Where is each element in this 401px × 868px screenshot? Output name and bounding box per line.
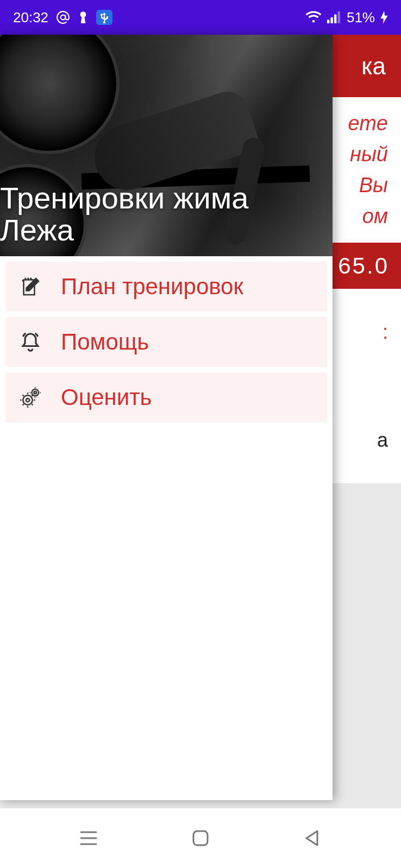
signal-icon (327, 11, 341, 23)
drawer-header: Тренировки жима Лежа (0, 35, 333, 256)
svg-rect-13 (193, 831, 208, 845)
navigation-drawer[interactable]: Тренировки жима Лежа План тренировок Пом… (0, 35, 333, 800)
svg-point-8 (32, 389, 39, 396)
home-button[interactable] (184, 822, 217, 854)
weight-value: 65.0 (338, 253, 389, 279)
drawer-menu: План тренировок Помощь Оценить (0, 256, 333, 433)
charging-icon (380, 11, 388, 24)
status-bar: 20:32 51% (0, 0, 401, 35)
back-button[interactable] (296, 822, 329, 854)
svg-point-9 (34, 391, 37, 394)
battery-text: 51% (347, 9, 375, 26)
svg-rect-3 (330, 17, 333, 23)
menu-item-rate[interactable]: Оценить (5, 372, 327, 422)
usb-icon (96, 10, 112, 25)
menu-label: Оценить (61, 384, 152, 410)
svg-point-6 (23, 395, 33, 405)
wifi-icon (305, 11, 322, 24)
notepad-icon (18, 275, 42, 299)
keyhole-icon (78, 10, 89, 24)
bell-icon (18, 330, 42, 354)
svg-rect-2 (327, 20, 329, 23)
status-right: 51% (305, 9, 388, 26)
menu-label: Помощь (61, 329, 149, 355)
recents-button[interactable] (72, 822, 105, 854)
gear-icon (18, 385, 42, 409)
at-icon (56, 10, 70, 24)
menu-label: План тренировок (61, 274, 243, 300)
svg-point-0 (61, 15, 66, 20)
system-nav-bar (0, 808, 401, 868)
menu-item-training-plan[interactable]: План тренировок (5, 262, 327, 312)
svg-rect-5 (337, 11, 340, 23)
status-left: 20:32 (13, 9, 112, 26)
drawer-title: Тренировки жима Лежа (0, 182, 333, 246)
status-time: 20:32 (13, 9, 48, 26)
menu-item-help[interactable]: Помощь (5, 317, 327, 367)
svg-rect-4 (334, 15, 336, 23)
svg-point-7 (26, 398, 29, 402)
app-header-fragment: ка (361, 53, 386, 80)
